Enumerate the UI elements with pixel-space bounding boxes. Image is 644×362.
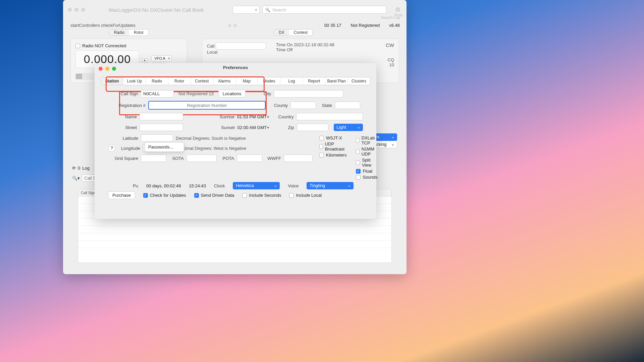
tab-map[interactable]: Map [236,77,258,85]
gear-icon[interactable]: ⚙ [394,6,402,14]
tab-rotor[interactable]: Rotor [168,77,191,85]
wsjtx-checkbox[interactable] [319,136,324,140]
purchase-button[interactable]: Purchase [108,191,135,199]
split-label: Split View [362,158,377,168]
locations-button[interactable]: Locations [218,90,246,98]
help-icon[interactable]: ? [108,144,115,152]
callsign-input[interactable] [141,90,174,98]
passwords-popover[interactable]: Passwords… [145,142,184,152]
sunset-label: Sunset [203,125,235,130]
zip-input[interactable] [297,124,328,131]
close-icon[interactable] [68,8,72,12]
local-checkbox[interactable] [289,193,294,198]
dx-contest-segment[interactable]: DX Contest [274,29,313,36]
latitude-input[interactable] [141,134,173,142]
seconds-label: Include Seconds [249,193,281,198]
search-input[interactable]: Search [262,6,386,14]
grid-input[interactable] [141,155,166,162]
zoom-icon[interactable] [81,8,85,12]
state-input[interactable] [335,102,360,109]
vfo-select[interactable]: VFO A [151,55,171,61]
station-form: Call Sign Not Registered 13 Locations Ci… [95,85,376,181]
sota-input[interactable] [186,155,217,162]
country-label: Country [275,114,293,119]
latitude-label: Latitude [108,136,138,141]
minimize-icon[interactable] [74,8,78,12]
dxlab-checkbox[interactable] [356,138,359,143]
close-icon[interactable] [99,67,103,71]
pota-input[interactable] [237,155,262,162]
tab-lookup[interactable]: Look Up [123,77,146,85]
prefs-tabs: Station Look Up Radio Rotor Contest Alar… [101,77,370,85]
km-checkbox[interactable] [319,153,324,158]
log-count: 0 [78,166,80,171]
n1mm-checkbox[interactable] [356,149,359,154]
local-label: Local [207,50,217,55]
traffic-lights [68,8,85,12]
udp-checkbox[interactable] [319,144,323,149]
tab-contest[interactable]: Contest [191,77,213,85]
refresh-icon[interactable]: ⟳ [72,166,76,171]
theme-select-prefs[interactable]: Light [334,124,363,131]
longitude-hint: Decimal Degrees: West is Negative [178,146,246,151]
country-input[interactable] [296,113,363,120]
toolbar-dropdown[interactable] [233,6,260,14]
radio-rotor-segment[interactable]: Radio Rotor [109,29,149,36]
minimize-icon[interactable] [105,67,109,71]
tab-report[interactable]: Report [303,77,325,85]
call-label: Call [207,44,214,49]
tab-bandplan[interactable]: Band Plan [325,77,348,85]
tab-log[interactable]: Log [280,77,303,85]
local-label: Include Local [296,193,322,198]
updates-label: Check for Updates [150,193,186,198]
state-label: State [319,103,332,108]
status-dots [228,24,237,27]
street-label: Street [108,125,137,130]
registration-status: Not Registered [351,23,380,28]
driver-checkbox[interactable] [194,193,199,198]
zip-label: Zip [275,125,294,130]
seg-contest[interactable]: Contest [289,29,312,36]
tab-clusters[interactable]: Clusters [348,77,370,85]
sunset-value: 02:00 AM GMT+ [237,125,273,130]
updates-checkbox[interactable] [143,193,148,198]
preferences-window: Preferences Station Look Up Radio Rotor … [95,63,376,219]
clock-label: Clock [214,183,225,188]
city-input[interactable] [274,90,343,98]
float-checkbox[interactable] [356,169,361,174]
pota-label: POTA [219,156,234,161]
clock-font-select[interactable]: Helvetica [233,182,280,189]
cw-indicator: CW [386,42,394,48]
seconds-checkbox[interactable] [242,193,247,198]
status-bar: startControllers checkForUpdates 00 35 1… [63,19,407,28]
call-input[interactable] [216,42,266,50]
radio-connected-checkbox[interactable] [75,44,80,48]
seg-radio[interactable]: Radio [109,29,129,36]
county-input[interactable] [290,102,316,109]
wwff-input[interactable] [284,155,313,162]
sunrise-value: 01:53 PM GMT+ [237,114,272,119]
prefs-traffic-lights [99,67,116,71]
street-input[interactable] [140,124,183,131]
passwords-label: Passwords… [148,144,174,149]
name-input[interactable] [140,113,183,120]
search-icon[interactable]: 🔍▾ [72,176,80,181]
city-label: City [254,91,271,96]
voice-select[interactable]: Tingting [307,182,354,189]
float-label: Float [363,169,372,174]
driver-label: Send Driver Data [201,193,234,198]
main-titlebar: MacLoggerDX:No DXCluster:No Call Book Se… [63,0,407,19]
registration-label: Registration # [108,103,146,108]
km-label: Kilometers [326,153,346,158]
tab-alarms[interactable]: Alarms [213,77,236,85]
zoom-icon[interactable] [112,67,116,71]
split-checkbox[interactable] [356,160,360,165]
tab-radio[interactable]: Radio [146,77,168,85]
registration-input[interactable] [149,102,265,109]
tab-modes[interactable]: Modes [258,77,280,85]
tab-station[interactable]: Station [101,77,123,85]
seg-rotor[interactable]: Rotor [129,29,148,36]
seg-dx[interactable]: DX [274,29,289,36]
prefs-title: Preferences [95,65,376,70]
sounds-checkbox[interactable] [356,175,361,180]
